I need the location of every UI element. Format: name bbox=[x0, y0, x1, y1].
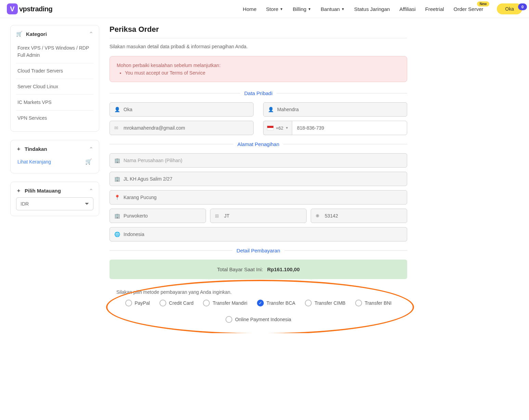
category-item[interactable]: Forex VPS / VPS Windows / RDP Full Admin bbox=[16, 40, 93, 63]
envelope-icon: ✉ bbox=[114, 125, 118, 131]
page-subtitle: Silakan masukan detail data pribadi & in… bbox=[109, 44, 407, 49]
alert-item: You must accept our Terms of Service bbox=[125, 70, 400, 76]
nav-bantuan[interactable]: Bantuan▼ bbox=[321, 6, 345, 12]
chevron-up-icon: ⌃ bbox=[89, 146, 93, 152]
payment-cimb[interactable]: Transfer CIMB bbox=[305, 300, 346, 306]
section-billing-address: Alamat Penagihan bbox=[109, 141, 407, 147]
page-title: Periksa Order bbox=[109, 25, 407, 34]
main-nav: Home Store▼ Billing▼ Bantuan▼ Status Jar… bbox=[243, 6, 483, 12]
building-icon: 🏢 bbox=[114, 158, 120, 163]
postal-input[interactable] bbox=[311, 209, 407, 223]
flag-icon bbox=[267, 126, 274, 130]
divider bbox=[109, 38, 407, 38]
user-icon: 👤 bbox=[114, 107, 120, 112]
tindakan-header[interactable]: ＋ Tindakan ⌃ bbox=[16, 146, 93, 152]
total-box: Total Bayar Saat Ini: Rp161.100,00 bbox=[109, 260, 407, 279]
company-input[interactable] bbox=[109, 153, 407, 168]
building-icon: 🏢 bbox=[114, 213, 120, 219]
logo-icon: V bbox=[7, 3, 18, 14]
nav-store[interactable]: Store▼ bbox=[266, 6, 283, 12]
cart-icon: 🛒 bbox=[16, 31, 23, 37]
building-icon: 🏢 bbox=[114, 176, 120, 182]
header: V vpstrading Home Store▼ Billing▼ Bantua… bbox=[0, 0, 529, 18]
chevron-down-icon: ▼ bbox=[285, 126, 288, 130]
city-input[interactable] bbox=[109, 190, 407, 205]
chevron-down-icon: ▼ bbox=[308, 7, 311, 11]
last-name-input[interactable] bbox=[263, 102, 407, 117]
tindakan-panel: ＋ Tindakan ⌃ Lihat Keranjang 🛒 bbox=[10, 140, 99, 173]
district-input[interactable] bbox=[109, 209, 206, 223]
section-personal-data: Data Pribadi bbox=[109, 90, 407, 96]
currency-panel: ＋ Pilih Matauang ⌃ IDR bbox=[10, 182, 99, 216]
new-badge: New bbox=[477, 1, 490, 6]
phone-input-group: +62 ▼ bbox=[263, 121, 407, 135]
globe-icon: 🌐 bbox=[114, 232, 120, 237]
chevron-down-icon: ▼ bbox=[341, 7, 345, 11]
phone-country-select[interactable]: +62 ▼ bbox=[263, 121, 292, 135]
payment-instruction: Silakan pilih metode pembayaran yang And… bbox=[116, 289, 400, 295]
logo-text: vpstrading bbox=[19, 5, 52, 13]
cart-count-badge[interactable]: 0 bbox=[518, 3, 527, 10]
user-icon: 👤 bbox=[268, 107, 274, 112]
state-input[interactable] bbox=[210, 209, 307, 223]
section-payment-details: Detail Pembayaran bbox=[109, 248, 407, 253]
pin-icon: 📍 bbox=[114, 195, 120, 200]
plus-icon: ＋ bbox=[16, 187, 21, 194]
currency-select[interactable]: IDR bbox=[16, 197, 93, 210]
email-input[interactable] bbox=[109, 121, 254, 135]
error-alert: Mohon perbaiki kesalahan sebelum melanju… bbox=[109, 56, 407, 82]
category-list: Forex VPS / VPS Windows / RDP Full Admin… bbox=[16, 40, 93, 126]
kategori-panel: 🛒 Kategori ⌃ Forex VPS / VPS Windows / R… bbox=[10, 25, 99, 132]
first-name-input[interactable] bbox=[109, 102, 254, 117]
logo[interactable]: V vpstrading bbox=[7, 3, 52, 14]
nav-status[interactable]: Status Jaringan bbox=[354, 6, 390, 12]
currency-header[interactable]: ＋ Pilih Matauang ⌃ bbox=[16, 187, 93, 194]
address-input[interactable] bbox=[109, 172, 407, 186]
kategori-header[interactable]: 🛒 Kategori ⌃ bbox=[16, 31, 93, 37]
certificate-icon: ✺ bbox=[315, 213, 320, 219]
alert-title: Mohon perbaiki kesalahan sebelum melanju… bbox=[117, 63, 400, 68]
phone-input[interactable] bbox=[292, 121, 407, 135]
nav-affiliasi[interactable]: Affiliasi bbox=[399, 6, 415, 12]
nav-order-server[interactable]: Order ServerNew bbox=[454, 6, 483, 12]
payment-bca[interactable]: ✓Transfer BCA bbox=[257, 300, 295, 306]
sidebar: 🛒 Kategori ⌃ Forex VPS / VPS Windows / R… bbox=[10, 25, 99, 326]
payment-mandiri[interactable]: Transfer Mandiri bbox=[203, 300, 247, 306]
payment-section: Silakan pilih metode pembayaran yang And… bbox=[109, 286, 407, 326]
category-item[interactable]: Server Cloud Linux bbox=[16, 79, 93, 95]
payment-bni[interactable]: Transfer BNI bbox=[355, 300, 392, 306]
total-amount: Rp161.100,00 bbox=[267, 266, 300, 272]
chevron-down-icon: ▼ bbox=[280, 7, 283, 11]
nav-home[interactable]: Home bbox=[243, 6, 257, 12]
map-icon: ⊞ bbox=[215, 213, 219, 219]
payment-paypal[interactable]: PayPal bbox=[125, 300, 150, 306]
payment-credit-card[interactable]: Credit Card bbox=[159, 300, 194, 306]
chevron-up-icon: ⌃ bbox=[89, 188, 93, 194]
chevron-up-icon: ⌃ bbox=[89, 31, 93, 37]
view-cart-link[interactable]: Lihat Keranjang bbox=[17, 159, 51, 165]
category-item[interactable]: VPN Services bbox=[16, 110, 93, 126]
main-content: Periksa Order Silakan masukan detail dat… bbox=[109, 25, 407, 326]
cart-icon: 🛒 bbox=[85, 158, 92, 165]
nav-billing[interactable]: Billing▼ bbox=[293, 6, 311, 12]
category-item[interactable]: Cloud Trader Servers bbox=[16, 63, 93, 79]
plus-icon: ＋ bbox=[16, 146, 21, 152]
category-item[interactable]: IC Markets VPS bbox=[16, 95, 93, 110]
payment-online-indonesia[interactable]: Online Payment Indonesia bbox=[225, 316, 291, 323]
nav-freetrial[interactable]: Freetrial bbox=[425, 6, 444, 12]
country-input[interactable] bbox=[109, 227, 407, 241]
